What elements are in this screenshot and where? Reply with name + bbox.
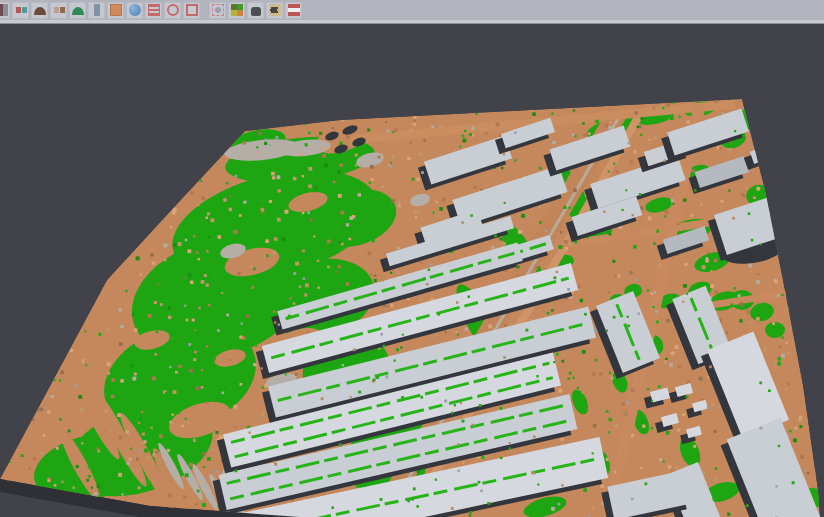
building-model-icon: [251, 7, 261, 16]
sphere-bounds-button[interactable]: [209, 2, 226, 19]
orthomosaic-icon: [110, 4, 122, 16]
dsm-surface-button[interactable]: [31, 2, 48, 19]
clipped-edge-button[interactable]: [0, 2, 10, 19]
water-column-button[interactable]: [88, 2, 105, 19]
water-column-icon: [91, 4, 103, 16]
layer-stack-button[interactable]: [285, 2, 302, 19]
sphere-bounds-icon: [212, 4, 224, 16]
sparse-points-icon: [53, 4, 65, 16]
toolbar-bottom-strip: [0, 20, 824, 24]
contour-lines-button[interactable]: [145, 2, 162, 19]
texture-tile-icon: [269, 4, 281, 16]
sparse-points-button[interactable]: [50, 2, 67, 19]
layer-stack-icon: [288, 4, 300, 16]
target-ring-button[interactable]: [164, 2, 181, 19]
texture-tile-button[interactable]: [266, 2, 283, 19]
selection-bounds-icon: [186, 4, 198, 16]
classification-map-button[interactable]: [228, 2, 245, 19]
scene-svg: [0, 25, 824, 517]
terrain-model-icon: [72, 4, 84, 16]
toolbar: [0, 0, 824, 20]
dsm-surface-icon: [34, 4, 46, 16]
application-window: [0, 0, 824, 517]
orthomosaic-button[interactable]: [107, 2, 124, 19]
target-ring-icon: [167, 4, 179, 16]
building-model-button[interactable]: [247, 2, 264, 19]
contour-lines-icon: [148, 4, 160, 16]
clipped-edge-icon: [0, 4, 8, 16]
selection-bounds-button[interactable]: [183, 2, 200, 19]
terrain-model-button[interactable]: [69, 2, 86, 19]
classified-points-icon: [15, 4, 27, 16]
globe-icon: [129, 4, 141, 16]
classified-points-button[interactable]: [12, 2, 29, 19]
3d-viewport[interactable]: [0, 25, 824, 517]
globe-button[interactable]: [126, 2, 143, 19]
classification-map-icon: [231, 4, 243, 16]
